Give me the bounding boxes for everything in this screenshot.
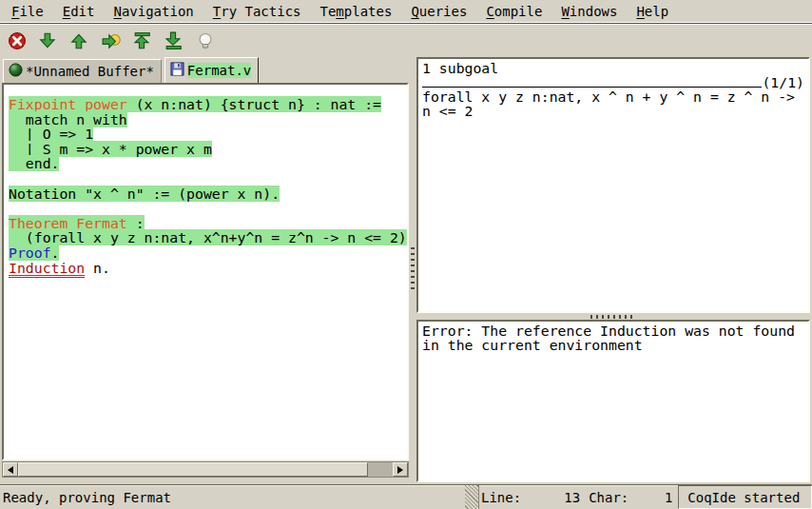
floppy-disk-icon [170,62,184,79]
buffer-tabs: *Unnamed Buffer* Fermat.v [2,55,409,83]
go-to-cursor-button[interactable] [100,29,123,52]
horizontal-splitter[interactable] [416,313,810,320]
line-label: Line: [481,490,521,505]
menu-bar: File Edit Navigation Try Tactics Templat… [0,0,812,24]
arrow-into-ball-icon [102,31,121,50]
app-status: CoqIde started [678,485,812,509]
menu-queries[interactable]: Queries [401,2,476,21]
goal-counter: (1/1) [762,75,804,89]
subgoal-count: 1 subgoal [422,61,804,75]
script-column: *Unnamed Buffer* Fermat.v Fixpoint power… [0,55,409,484]
menu-compile[interactable]: Compile [476,2,551,21]
green-orb-icon [9,63,23,80]
tab-label: *Unnamed Buffer* [26,64,154,79]
cursor-position: Line: 13 Char: 1 [479,485,672,509]
proof-column: 1 subgoal (1/1) forall x y z n:nat, x ^ … [416,55,812,484]
menu-file[interactable]: File [2,2,53,21]
tab-unnamed-buffer[interactable]: *Unnamed Buffer* [3,59,162,83]
down-arrow-icon [39,31,58,50]
goals-pane[interactable]: 1 subgoal (1/1) forall x y z n:nat, x ^ … [416,57,810,313]
splitter-grip-icon [590,315,636,319]
stop-button[interactable] [6,29,29,52]
menu-windows[interactable]: Windows [551,2,627,21]
right-arrow-icon [397,466,407,474]
scrollbar-thumb[interactable] [18,462,368,477]
toolbar [0,24,812,55]
line-value: 13 [521,490,580,505]
lightbulb-icon [196,31,215,50]
tab-fermat-v[interactable]: Fermat.v [164,57,259,83]
goal-separator: (1/1) [422,75,804,89]
resize-grip-icon[interactable] [465,485,478,509]
scrollbar-track[interactable] [18,462,393,477]
char-value: 1 [628,490,672,505]
go-to-start-button[interactable] [131,29,154,52]
menu-try-tactics[interactable]: Try Tactics [203,2,311,21]
up-arrow-bar-icon [133,31,152,50]
goal-statement-line: forall x y z n:nat, x ^ n + y ^ n = z ^ … [422,89,804,104]
go-to-end-button[interactable] [163,29,185,52]
char-label: Char: [589,490,628,505]
error-message-line: Error: The reference Induction was not f… [422,323,804,338]
down-arrow-bar-icon [164,31,184,50]
stop-icon [8,31,27,50]
menu-help[interactable]: Help [627,2,678,21]
code-lines: Fixpoint power (x n:nat) {struct n} : na… [9,97,407,275]
main-area: *Unnamed Buffer* Fermat.v Fixpoint power… [0,55,812,484]
menu-edit[interactable]: Edit [53,2,105,21]
vertical-splitter[interactable] [409,55,416,484]
coqide-window: File Edit Navigation Try Tactics Templat… [0,0,812,509]
scroll-left-button[interactable] [3,462,18,477]
menu-templates[interactable]: Templates [311,2,402,21]
scroll-right-button[interactable] [393,462,408,477]
goal-rule [422,87,762,88]
goal-statement-line: n <= 2 [422,104,804,118]
left-arrow-icon [4,466,13,474]
tab-label: Fermat.v [187,63,251,78]
script-editor[interactable]: Fixpoint power (x n:nat) {struct n} : na… [2,83,409,460]
step-forward-button[interactable] [37,29,60,52]
error-message-line: in the current environment [422,338,804,352]
status-bar: Ready, proving Fermat Line: 13 Char: 1 C… [0,484,812,509]
step-backward-button[interactable] [68,29,91,52]
lightbulb-button[interactable] [194,29,217,52]
status-message: Ready, proving Fermat [0,485,465,509]
horizontal-scrollbar [2,461,409,478]
messages-pane[interactable]: Error: The reference Induction was not f… [416,320,810,482]
splitter-grip-icon [411,247,415,293]
menu-navigation[interactable]: Navigation [104,2,203,21]
up-arrow-icon [70,31,89,50]
